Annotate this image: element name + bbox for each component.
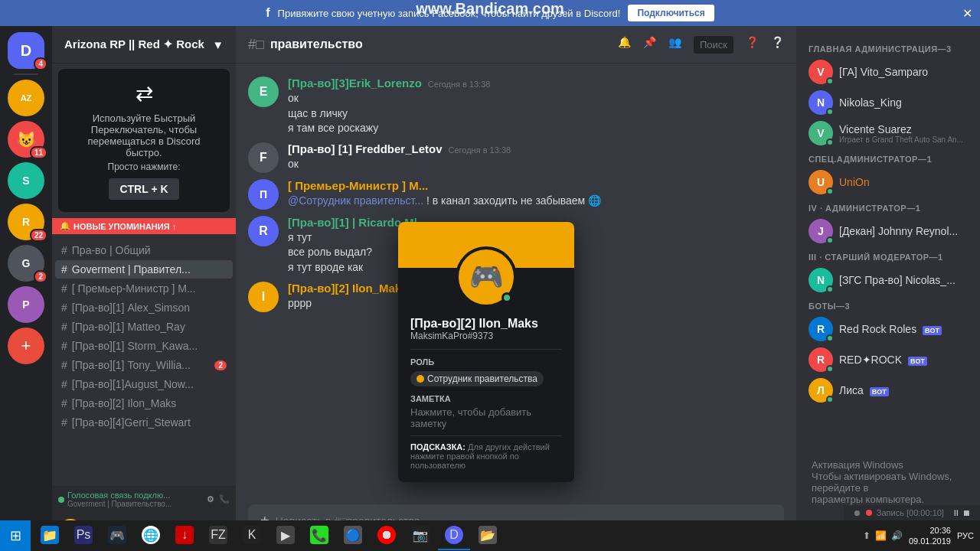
hash-icon: # — [61, 263, 67, 276]
server-icon-arizona[interactable]: AZ — [8, 80, 44, 116]
recording-controls[interactable]: ⏸ ⏹ — [952, 508, 971, 517]
server-icon-3[interactable]: S — [8, 162, 44, 199]
channel-item-goverment[interactable]: # Goverment | Правител... — [55, 260, 233, 279]
taskbar-app-explorer[interactable]: 📁 — [34, 521, 66, 550]
disconnect-icon[interactable]: 📞 — [219, 494, 230, 504]
message-time: Сегодня в 13:38 — [428, 80, 491, 89]
member-status-dot — [826, 396, 834, 403]
member-item-union[interactable]: U UniOn — [802, 167, 974, 197]
taskbar-app-browser[interactable]: 🔵 — [337, 521, 369, 550]
channel-item-ilon[interactable]: # [Пра-во][2] Ilon_Maks — [55, 394, 233, 412]
profile-popup: 🎮 [Пра-во][2] Ilon_Maks MaksimKaPro#9373… — [398, 222, 574, 482]
message-author[interactable]: [Пра-во] [1] Freddber_Letov — [288, 142, 442, 155]
channel-sidebar: Arizona RP || Red ✦ Rock ▼ ⇄ Используйте… — [52, 26, 236, 549]
member-item-nicolas[interactable]: N [ЗГС Пра-во] Nicolas_... — [802, 265, 974, 295]
profile-divider — [410, 349, 562, 350]
profile-tag: MaksimKaPro#9373 — [410, 331, 562, 341]
taskbar-app-k[interactable]: K — [236, 521, 268, 550]
new-mentions-text: НОВЫЕ УПОМИНАНИЯ ↑ — [74, 222, 176, 231]
facebook-banner: f Привяжите свою учетную запись Facebook… — [0, 0, 980, 26]
taskbar-app-download[interactable]: ↓ — [168, 521, 201, 550]
banner-close-button[interactable]: ✕ — [962, 6, 972, 21]
hash-icon: # — [61, 397, 67, 409]
inbox-icon[interactable]: ❓ — [746, 36, 759, 54]
folder-icon: 📂 — [479, 526, 497, 544]
bot-badge: BOT — [908, 357, 927, 366]
member-item-nikolas[interactable]: N Nikolas_King — [802, 87, 974, 118]
chat-channel-name: правительство — [270, 37, 363, 51]
new-mentions-bar[interactable]: 🔔 НОВЫЕ УПОМИНАНИЯ ↑ — [52, 218, 236, 234]
message-row: E [Пра-во][3]Erik_Lorenzo Сегодня в 13:3… — [248, 75, 784, 138]
taskbar-app-steam[interactable]: 🎮 — [101, 521, 133, 550]
message-avatar: E — [248, 77, 279, 107]
member-name: Nikolas_King — [839, 96, 902, 109]
taskbar-app-ftp[interactable]: FZ — [202, 521, 234, 550]
channel-badge: 2 — [214, 360, 227, 370]
server-icon-add[interactable]: + — [8, 328, 44, 364]
windows-activate-notice: Активация WindowsЧтобы активировать Wind… — [812, 459, 965, 505]
connect-button[interactable]: Подключиться — [628, 5, 714, 21]
member-item-vito[interactable]: V [ГА] Vito_Samparo — [802, 57, 974, 87]
member-item-redrockroles[interactable]: R Red Rock Roles BOT — [802, 314, 974, 344]
taskbar-lang: РУС — [957, 531, 974, 540]
voice-settings-icon[interactable]: ⚙ — [207, 494, 214, 504]
message-text: @Сотрудник правительст... ! в канал захо… — [288, 194, 784, 209]
server-name-header[interactable]: Arizona RP || Red ✦ Rock ▼ — [52, 26, 236, 63]
member-item-lisa[interactable]: Л Лиса BOT — [802, 375, 974, 406]
tray-icon-1[interactable]: ⬆ — [863, 530, 871, 541]
channel-item-tony[interactable]: # [Пра-во][1] Tony_Willia... 2 — [55, 356, 233, 374]
taskbar-app-media[interactable]: ▶ — [270, 521, 302, 550]
channel-item-storm[interactable]: # [Пра-во][1] Storm_Kawa... — [55, 337, 233, 355]
member-avatar: N — [808, 90, 833, 115]
message-author[interactable]: [ Премьер-Министр ] М... — [288, 179, 428, 192]
message-author[interactable]: [Пра-во][2] Ilon_Maks — [288, 282, 407, 295]
server-icon-main[interactable]: D 4 — [8, 32, 44, 69]
message-author[interactable]: [Пра-во][3]Erik_Lorenzo — [288, 77, 422, 90]
channel-item-matteo[interactable]: # [Пра-во][1] Matteo_Ray — [55, 318, 233, 336]
channel-item-pm[interactable]: # [ Премьер-Министр ] М... — [55, 279, 233, 298]
voice-controls: ⚙ 📞 — [207, 494, 230, 504]
help-icon[interactable]: ❔ — [771, 36, 784, 54]
taskbar-time-date: 20:36 09.01.2019 — [909, 525, 951, 547]
photoshop-icon: Ps — [74, 526, 93, 544]
hash-icon: # — [61, 340, 67, 352]
taskbar-app-chrome[interactable]: 🌐 — [135, 521, 167, 550]
start-button[interactable]: ⊞ — [0, 520, 31, 551]
channel-item-general[interactable]: # Пра-во | Общий — [55, 241, 233, 259]
server-icon-5[interactable]: G 2 — [8, 245, 44, 282]
server-divider — [14, 73, 38, 75]
hash-icon: # — [61, 378, 67, 390]
channel-item-alex[interactable]: # [Пра-во][1] Alex_Simson — [55, 298, 233, 317]
member-category-admin: ГЛАВНАЯ АДМИНИСТРАЦИЯ—3 — [802, 38, 974, 57]
taskbar-app-discord[interactable]: D — [438, 521, 470, 550]
taskbar-app-folder[interactable]: 📂 — [472, 521, 504, 550]
channel-name-label: [Пра-во][1] Matteo_Ray — [72, 321, 185, 333]
member-item-johnny[interactable]: J [Декан] Johnny Reynol... — [802, 216, 974, 246]
shortcut-label: CTRL + K — [109, 178, 178, 200]
member-category-spec-admin: СПЕЦ.АДМИНИСТРАТОР—1 — [802, 148, 974, 167]
channel-name-label: [Пра-во][1] Tony_Willia... — [72, 359, 191, 371]
member-item-vicente[interactable]: V Vicente Suarez Играет в Grand Theft Au… — [802, 118, 974, 148]
taskbar-app-phone[interactable]: 📞 — [303, 521, 335, 550]
tray-network-icon[interactable]: 📶 — [875, 530, 887, 541]
member-name: [ГА] Vito_Samparo — [839, 66, 928, 78]
notification-bell-icon[interactable]: 🔔 — [618, 36, 631, 54]
file-explorer-icon: 📁 — [41, 526, 59, 544]
taskbar-app-photoshop[interactable]: Ps — [67, 521, 100, 550]
note-input[interactable]: Нажмите, чтобы добавить заметку — [410, 406, 562, 429]
server-icon-2[interactable]: 😺 11 — [8, 121, 44, 158]
members-icon[interactable]: 👥 — [668, 36, 681, 54]
tray-volume-icon[interactable]: 🔊 — [891, 530, 903, 541]
message-avatar: П — [248, 179, 279, 210]
member-avatar: Л — [808, 378, 833, 403]
taskbar-app-obs[interactable]: 📷 — [404, 521, 436, 550]
server-icon-4[interactable]: R 22 — [8, 204, 44, 240]
taskbar-date: 09.01.2019 — [909, 536, 951, 546]
server-icon-6[interactable]: P — [8, 286, 44, 323]
taskbar-app-record[interactable]: ⏺ — [371, 521, 403, 550]
channel-item-gerri[interactable]: # [Пра-во][4]Gerri_Stewart — [55, 413, 233, 432]
channel-item-august[interactable]: # [Пра-во][1]August_Now... — [55, 375, 233, 393]
member-item-redrock[interactable]: R RED✦ROCK BOT — [802, 344, 974, 375]
search-input[interactable]: Поиск — [694, 36, 733, 54]
pin-icon[interactable]: 📌 — [643, 36, 656, 54]
